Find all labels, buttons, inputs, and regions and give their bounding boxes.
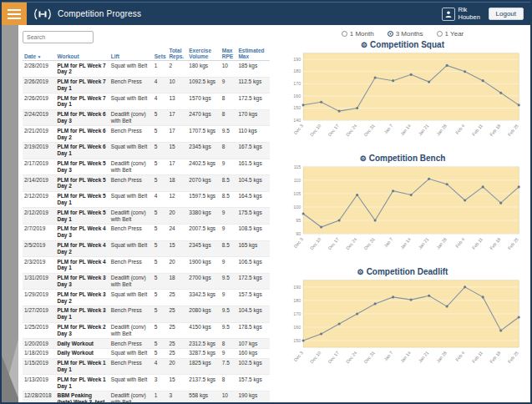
table-row[interactable]: 2/21/2019PLM for PL Week 6 Day 2Bench Pr…: [23, 126, 270, 143]
column-header-max-rpe[interactable]: Max RPE: [220, 47, 237, 61]
svg-text:Jan 28: Jan 28: [435, 350, 448, 363]
cell-total-reps-: 2: [167, 61, 187, 78]
logout-button[interactable]: Logout: [489, 8, 524, 20]
cell-total-reps-: 17: [167, 126, 187, 143]
cell-exercise-volume: 2700 kgs: [187, 273, 220, 290]
cell-workout: PLM for PL Week 7 Day 1: [55, 77, 109, 93]
cell-estimated-max: 178.5 kgs: [236, 322, 270, 339]
cell-exercise-volume: 2470 kgs: [187, 109, 220, 126]
cell-exercise-volume: 2070 kgs: [187, 175, 220, 192]
table-row[interactable]: 1/27/2019PLM for PL Week 3 Day 1Bench Pr…: [23, 306, 270, 322]
user-menu[interactable]: Rik Houben: [442, 7, 484, 21]
cell-estimated-max: 165 kgs: [236, 240, 270, 257]
cell-workout: PLM for PL Week 2 Day 3: [55, 322, 109, 339]
cell-estimated-max: 102.5 kgs: [236, 358, 270, 375]
cell-exercise-volume: 2007.5 kgs: [187, 224, 220, 240]
hamburger-icon: [8, 9, 21, 11]
chart-title: Competition Bench: [369, 154, 446, 163]
table-row[interactable]: 1/31/2019PLM for PL Week 3 Day 3Deadlift…: [23, 273, 270, 290]
table-row[interactable]: 1/29/2019PLM for PL Week 3 Day 2Squat wi…: [23, 290, 270, 306]
svg-text:Feb 25: Feb 25: [507, 236, 519, 250]
table-row[interactable]: 2/24/2019PLM for PL Week 6 Day 3Deadlift…: [23, 109, 270, 126]
cell-estimated-max: 112.5 kgs: [236, 77, 270, 93]
column-header-lift[interactable]: Lift: [109, 47, 153, 61]
cell-lift: Bench Press: [109, 339, 153, 349]
svg-text:Dec 17: Dec 17: [327, 124, 339, 138]
cell-lift: Deadlift (conv) with Belt: [109, 391, 153, 402]
cell-exercise-volume: 1597.5 kgs: [187, 191, 220, 208]
table-row[interactable]: 1/15/2019PLM for PL Week 1 Day 1Bench Pr…: [23, 358, 270, 375]
cell-total-reps-: 12: [167, 191, 187, 208]
bench-chart-header: ⚙Competition Bench: [281, 154, 524, 163]
cell-max-rpe: 8.5: [220, 175, 237, 192]
chart-settings-icon[interactable]: ⚙: [357, 268, 364, 276]
column-header-date[interactable]: Date ▼: [23, 47, 55, 61]
cell-total-reps-: 18: [167, 273, 187, 290]
cell-date: 2/7/2019: [23, 224, 55, 240]
cell-exercise-volume: 558 kgs: [187, 391, 220, 402]
radio-3-months[interactable]: 3 Months: [388, 30, 423, 38]
cell-total-reps-: 25: [167, 348, 187, 358]
cell-max-rpe: 10: [220, 391, 237, 402]
table-row[interactable]: 12/28/2018BBM Peaking (beta) Week 3, tes…: [23, 391, 270, 402]
cell-total-reps-: 17: [167, 109, 187, 126]
cell-lift: Squat with Belt: [109, 240, 153, 257]
radio-1-month[interactable]: 1 Month: [342, 30, 374, 38]
column-header-sets[interactable]: Sets: [153, 47, 168, 61]
cell-sets: 5: [153, 126, 168, 143]
table-row[interactable]: 2/5/2019PLM for PL Week 4 Day 2Squat wit…: [23, 240, 270, 257]
svg-text:170: 170: [293, 311, 301, 316]
table-row[interactable]: 1/13/2019PLM for PL Week 1 Day 1Squat wi…: [23, 375, 270, 391]
column-header-total-reps-[interactable]: Total Reps.: [167, 47, 187, 61]
cell-date: 2/17/2019: [23, 159, 55, 175]
chart-settings-icon[interactable]: ⚙: [361, 41, 367, 49]
radio-1-year[interactable]: 1 Year: [437, 30, 464, 38]
svg-text:Dec 31: Dec 31: [363, 236, 376, 250]
cell-total-reps-: 25: [167, 290, 187, 306]
column-header-workout[interactable]: Workout: [55, 47, 109, 61]
cell-max-rpe: 9.5: [220, 273, 237, 290]
cell-date: 1/25/2019: [23, 322, 55, 339]
svg-text:Jan 21: Jan 21: [418, 124, 430, 137]
menu-button[interactable]: [2, 3, 27, 26]
user-icon: [442, 8, 455, 21]
cell-workout: BBM Peaking (beta) Week 3, test day: [55, 391, 109, 402]
table-row[interactable]: 1/20/2019Daily WorkoutBench Press5252312…: [23, 339, 270, 349]
table-row[interactable]: 2/12/2019PLM for PL Week 5 Day 1Squat wi…: [23, 191, 270, 208]
cell-estimated-max: 157.5 kgs: [236, 375, 270, 391]
table-row[interactable]: 2/14/2019PLM for PL Week 5 Day 2Bench Pr…: [23, 175, 270, 192]
cell-total-reps-: 15: [167, 240, 187, 257]
cell-workout: PLM for PL Week 5 Day 3: [55, 159, 109, 175]
table-row[interactable]: 2/26/2019PLM for PL Week 7 Day 1Bench Pr…: [23, 77, 270, 93]
table-row[interactable]: 2/17/2019PLM for PL Week 5 Day 3Deadlift…: [23, 159, 270, 175]
cell-exercise-volume: 2080 kgs: [187, 306, 220, 322]
table-row[interactable]: 2/3/2019PLM for PL Week 4 Day 1Bench Pre…: [23, 257, 270, 274]
table-row[interactable]: 1/18/2019Daily WorkoutSquat with Belt525…: [23, 348, 270, 358]
cell-workout: PLM for PL Week 6 Day 1: [55, 142, 109, 159]
cell-sets: 5: [153, 109, 168, 126]
table-row[interactable]: 2/28/2019PLM for PL Week 7 Day 2Squat wi…: [23, 61, 270, 78]
cell-lift: Bench Press: [109, 175, 153, 192]
svg-text:Feb 25: Feb 25: [507, 124, 519, 138]
table-row[interactable]: 2/26/2019PLM for PL Week 7 Day 1Squat wi…: [23, 93, 270, 110]
search-input[interactable]: [23, 31, 94, 43]
svg-text:Dec 24: Dec 24: [345, 350, 357, 364]
cell-lift: Squat with Belt: [109, 348, 153, 358]
cell-workout: PLM for PL Week 1 Day 1: [55, 375, 109, 391]
chart-settings-icon[interactable]: ⚙: [360, 154, 367, 163]
column-header-estimated-max[interactable]: Estimated Max: [236, 47, 270, 61]
table-row[interactable]: 1/25/2019PLM for PL Week 2 Day 3Deadlift…: [23, 322, 270, 339]
cell-sets: 5: [153, 240, 168, 257]
squat-chart-header: ⚙Competition Squat: [281, 40, 524, 49]
cell-date: 2/12/2019: [23, 191, 55, 208]
cell-max-rpe: 10: [220, 61, 237, 78]
table-row[interactable]: 2/19/2019PLM for PL Week 6 Day 1Squat wi…: [23, 142, 270, 159]
table-row[interactable]: 2/12/2019PLM for PL Week 5 Day 1Deadlift…: [23, 208, 270, 225]
cell-sets: 5: [153, 273, 168, 290]
cell-date: 2/19/2019: [23, 142, 55, 159]
table-row[interactable]: 2/7/2019PLM for PL Week 4 Day 3Bench Pre…: [23, 224, 270, 240]
cell-total-reps-: 17: [167, 159, 187, 175]
cell-lift: Bench Press: [109, 77, 153, 93]
cell-workout: Daily Workout: [55, 339, 109, 349]
column-header-exercise-volume[interactable]: Exercise Volume: [187, 47, 220, 61]
